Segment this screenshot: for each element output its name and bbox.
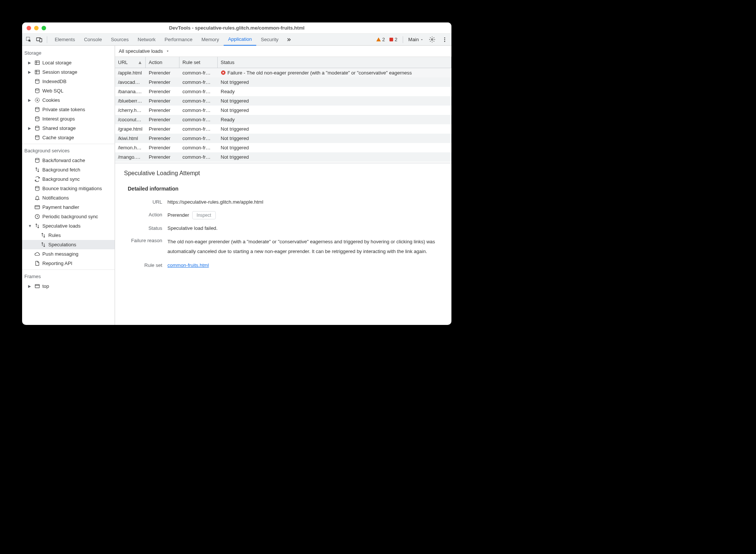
chevron-down-icon — [166, 49, 170, 53]
sidebar-item-background-sync[interactable]: Background sync — [22, 174, 115, 184]
tab-security[interactable]: Security — [256, 34, 283, 46]
errors-badge[interactable]: 2 — [389, 37, 397, 42]
svg-point-18 — [35, 107, 39, 109]
col-url[interactable]: URL▲ — [115, 57, 146, 68]
error-icon — [221, 70, 226, 75]
table-row[interactable]: /avocad…Prerendercommon-fr…Not triggered — [115, 77, 451, 87]
detail-reason-label: Failure reason — [124, 237, 167, 256]
sidebar-item-top[interactable]: ▶top — [22, 281, 115, 291]
svg-point-15 — [35, 89, 39, 90]
sidebar-item-interest-groups[interactable]: Interest groups — [22, 114, 115, 124]
svg-point-21 — [35, 136, 39, 137]
sidebar-item-background-fetch[interactable]: Background fetch — [22, 165, 115, 174]
tab-application[interactable]: Application — [224, 34, 257, 46]
arrows-icon — [40, 242, 46, 248]
detail-action-label: Action — [124, 211, 167, 219]
col-status[interactable]: Status — [218, 57, 451, 68]
target-dropdown[interactable]: Main — [408, 37, 424, 42]
sidebar-item-speculative-loads[interactable]: ▼Speculative loads — [22, 221, 115, 231]
detail-ruleset-label: Rule set — [124, 262, 167, 269]
svg-rect-8 — [35, 61, 39, 65]
more-menu-icon[interactable] — [440, 35, 449, 44]
bell-icon — [34, 195, 40, 201]
maximize-window-button[interactable] — [42, 26, 46, 30]
settings-icon[interactable] — [427, 35, 436, 44]
svg-point-20 — [35, 126, 39, 128]
sidebar-item-shared-storage[interactable]: ▶Shared storage — [22, 124, 115, 133]
window-title: DevTools - speculative-rules.glitch.me/c… — [22, 25, 451, 31]
tab-memory[interactable]: Memory — [197, 34, 224, 46]
device-toggle-icon[interactable] — [35, 35, 44, 44]
svg-point-5 — [444, 37, 445, 39]
ruleset-link[interactable]: common-fruits.html — [167, 262, 209, 268]
sidebar-item-push-messaging[interactable]: Push messaging — [22, 249, 115, 259]
sidebar-item-local-storage[interactable]: ▶Local storage — [22, 58, 115, 67]
col-action[interactable]: Action — [146, 57, 179, 68]
table-row[interactable]: /coconut…Prerendercommon-fr…Ready — [115, 115, 451, 124]
table-icon — [34, 60, 40, 66]
svg-rect-2 — [40, 39, 42, 42]
sidebar-item-session-storage[interactable]: ▶Session storage — [22, 67, 115, 77]
inspect-element-icon[interactable] — [24, 35, 33, 44]
section-background: Background services — [22, 146, 115, 156]
sidebar-item-indexeddb[interactable]: IndexedDB — [22, 77, 115, 86]
sync-icon — [34, 176, 40, 182]
window-icon — [34, 283, 40, 289]
svg-rect-27 — [35, 284, 39, 288]
tab-network[interactable]: Network — [133, 34, 160, 46]
section-frames: Frames — [22, 271, 115, 281]
tab-elements[interactable]: Elements — [50, 34, 79, 46]
table-row[interactable]: /kiwi.htmlPrerendercommon-fr…Not trigger… — [115, 134, 451, 143]
table-row[interactable]: /cherry.h…Prerendercommon-fr…Not trigger… — [115, 106, 451, 115]
svg-point-22 — [35, 158, 39, 160]
sidebar-item-cookies[interactable]: ▶Cookies — [22, 95, 115, 105]
detail-section: Detailed information — [124, 186, 442, 192]
detail-panel: Speculative Loading Attempt Detailed inf… — [115, 163, 451, 325]
detail-action: Prerender — [167, 212, 189, 218]
svg-point-23 — [35, 186, 39, 188]
sort-icon: ▲ — [137, 60, 142, 65]
detail-url-label: URL — [124, 198, 167, 206]
table-row[interactable]: /apple.htmlPrerendercommon-fr…Failure - … — [115, 68, 451, 77]
detail-url: https://speculative-rules.glitch.me/appl… — [167, 198, 442, 206]
db-icon — [34, 125, 40, 131]
col-ruleset[interactable]: Rule set — [179, 57, 218, 68]
minimize-window-button[interactable] — [34, 26, 39, 30]
sidebar-item-private-state-tokens[interactable]: Private state tokens — [22, 105, 115, 114]
clock-icon — [34, 214, 40, 220]
sidebar-item-web-sql[interactable]: Web SQL — [22, 86, 115, 95]
inspect-button[interactable]: Inspect — [192, 211, 216, 219]
sidebar-item-bounce-tracking-mitigations[interactable]: Bounce tracking mitigations — [22, 184, 115, 193]
db-icon — [34, 88, 40, 94]
table-header: URL▲ Action Rule set Status — [115, 57, 451, 68]
table-row[interactable]: /grape.htmlPrerendercommon-fr…Not trigge… — [115, 124, 451, 134]
tab-sources[interactable]: Sources — [106, 34, 133, 46]
sidebar-item-back-forward-cache[interactable]: Back/forward cache — [22, 156, 115, 165]
arrows-icon — [34, 167, 40, 173]
devtools-toolbar: ElementsConsoleSourcesNetworkPerformance… — [22, 34, 451, 46]
warnings-badge[interactable]: 2 — [376, 37, 385, 42]
more-tabs-icon[interactable] — [284, 35, 293, 44]
sidebar-item-speculations[interactable]: Speculations — [22, 240, 115, 249]
table-row[interactable]: /blueberr…Prerendercommon-fr…Not trigger… — [115, 96, 451, 106]
titlebar: DevTools - speculative-rules.glitch.me/c… — [22, 22, 451, 34]
table-row[interactable]: /mango.…Prerendercommon-fr…Not triggered — [115, 152, 451, 162]
sidebar-item-reporting-api[interactable]: Reporting API — [22, 259, 115, 268]
sidebar-item-notifications[interactable]: Notifications — [22, 193, 115, 203]
svg-rect-3 — [389, 38, 393, 42]
sidebar-item-periodic-background-sync[interactable]: Periodic background sync — [22, 212, 115, 221]
sidebar-item-rules[interactable]: Rules — [22, 231, 115, 240]
table-row[interactable]: /lemon.h…Prerendercommon-fr…Not triggere… — [115, 143, 451, 152]
table-row[interactable]: /banana.…Prerendercommon-fr…Ready — [115, 87, 451, 96]
cookie-icon — [34, 97, 40, 103]
svg-rect-24 — [35, 206, 40, 209]
tab-performance[interactable]: Performance — [160, 34, 197, 46]
svg-point-19 — [35, 117, 39, 118]
tab-console[interactable]: Console — [79, 34, 106, 46]
section-storage: Storage — [22, 48, 115, 58]
sidebar-item-cache-storage[interactable]: Cache storage — [22, 133, 115, 142]
close-window-button[interactable] — [27, 26, 31, 30]
svg-point-17 — [37, 100, 38, 101]
sidebar-item-payment-handler[interactable]: Payment handler — [22, 203, 115, 212]
filter-dropdown[interactable]: All speculative loads — [115, 46, 451, 57]
